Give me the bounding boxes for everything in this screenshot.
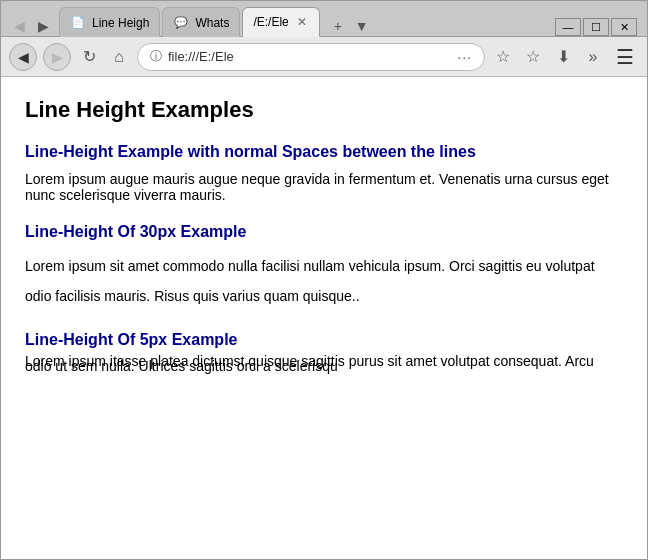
tab-2-label: Whats <box>195 16 229 30</box>
tab-2[interactable]: 💬 Whats <box>162 7 240 37</box>
back-button[interactable]: ◀ <box>9 43 37 71</box>
window-controls: — ☐ ✕ <box>555 18 643 36</box>
tab-more-button[interactable]: ▼ <box>352 16 372 36</box>
tab-nav-left: ◀ ▶ <box>5 16 57 36</box>
url-text: file:///E:/Ele <box>168 49 451 64</box>
tab-1-favicon: 📄 <box>70 15 86 31</box>
section-3-heading: Line-Height Of 5px Example <box>25 331 623 349</box>
tab-1[interactable]: 📄 Line Heigh <box>59 7 160 37</box>
tab-prev-button[interactable]: ◀ <box>9 16 29 36</box>
pocket-button[interactable]: ☆ <box>491 45 515 69</box>
tab-2-favicon: 💬 <box>173 15 189 31</box>
browser-window: ◀ ▶ 📄 Line Heigh 💬 Whats /E:/Ele ✕ + ▼ —… <box>0 0 648 560</box>
url-bar[interactable]: ⓘ file:///E:/Ele ··· <box>137 43 485 71</box>
section-2-text: Lorem ipsum sit amet commodo nulla facil… <box>25 251 623 311</box>
bookmark-button[interactable]: ☆ <box>521 45 545 69</box>
section-1-text: Lorem ipsum augue mauris augue neque gra… <box>25 171 623 203</box>
section-2-heading: Line-Height Of 30px Example <box>25 223 623 241</box>
tab-1-label: Line Heigh <box>92 16 149 30</box>
page-title: Line Height Examples <box>25 97 623 123</box>
lock-icon: ⓘ <box>150 48 162 65</box>
page-content: Line Height Examples Line-Height Example… <box>1 77 647 559</box>
download-button[interactable]: ⬇ <box>551 45 575 69</box>
section-3-text: Lorem ipsum itasse platea dictumst quisq… <box>25 359 623 369</box>
tab-bar: ◀ ▶ 📄 Line Heigh 💬 Whats /E:/Ele ✕ + ▼ —… <box>1 1 647 37</box>
maximize-button[interactable]: ☐ <box>583 18 609 36</box>
tab-next-button[interactable]: ▶ <box>33 16 53 36</box>
home-button[interactable]: ⌂ <box>107 45 131 69</box>
menu-button[interactable]: ☰ <box>611 43 639 71</box>
extensions-button[interactable]: » <box>581 45 605 69</box>
reload-button[interactable]: ↻ <box>77 45 101 69</box>
section-1-heading: Line-Height Example with normal Spaces b… <box>25 143 623 161</box>
close-button[interactable]: ✕ <box>611 18 637 36</box>
tab-3-label: /E:/Ele <box>253 15 288 29</box>
forward-button[interactable]: ▶ <box>43 43 71 71</box>
url-more-icon: ··· <box>457 49 472 65</box>
minimize-button[interactable]: — <box>555 18 581 36</box>
tab-bar-actions: + ▼ <box>324 16 376 36</box>
new-tab-button[interactable]: + <box>328 16 348 36</box>
url-actions: ☆ ☆ ⬇ » <box>491 45 605 69</box>
tab-3-close-icon[interactable]: ✕ <box>295 15 309 29</box>
address-bar: ◀ ▶ ↻ ⌂ ⓘ file:///E:/Ele ··· ☆ ☆ ⬇ » ☰ <box>1 37 647 77</box>
tab-3[interactable]: /E:/Ele ✕ <box>242 7 319 37</box>
